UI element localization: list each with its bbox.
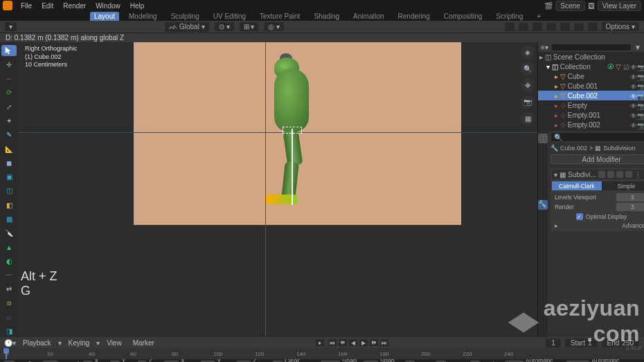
- outliner-type-icon[interactable]: ≡▾: [541, 44, 548, 51]
- prop-tab-mesh[interactable]: [538, 244, 548, 254]
- prop-tab-object[interactable]: [538, 189, 548, 199]
- prop-tab-particle[interactable]: [538, 211, 548, 221]
- tool-add-cube[interactable]: ◼: [1, 157, 17, 168]
- outliner-item-cube-001[interactable]: ▸ ▽Cube.001👁📷: [538, 81, 644, 91]
- workspace-tab-texture[interactable]: Texture Paint: [256, 12, 304, 21]
- timeline-type-icon[interactable]: 🕐▾: [4, 339, 16, 347]
- tool-measure[interactable]: 📐: [1, 143, 17, 154]
- tool-smooth[interactable]: 〰: [1, 270, 17, 281]
- outliner-item-cube[interactable]: ▸ ▽Cube👁📷: [538, 71, 644, 81]
- shading-solid-button[interactable]: [560, 22, 571, 32]
- add-modifier-button[interactable]: Add Modifier: [551, 154, 644, 164]
- timeline-playback[interactable]: Playback: [19, 338, 55, 348]
- jump-start-button[interactable]: ⏮: [328, 338, 337, 347]
- play-rev-button[interactable]: ◀: [348, 338, 358, 347]
- outliner-search[interactable]: [551, 44, 632, 51]
- tool-polybuild[interactable]: ▲: [1, 242, 17, 253]
- outliner-filter-icon[interactable]: ▼: [634, 44, 641, 51]
- prop-tab-modifier[interactable]: 🔧: [538, 200, 548, 210]
- timeline-keying[interactable]: Keying: [64, 338, 94, 348]
- tool-extrude[interactable]: ▣: [1, 172, 17, 183]
- levels-viewport-field[interactable]: 3: [616, 193, 644, 201]
- tool-slide[interactable]: ⇄: [1, 284, 17, 295]
- mode-selector[interactable]: ▾: [4, 21, 17, 32]
- viewlayer-selector[interactable]: View Layer: [598, 1, 641, 11]
- prop-tab-output[interactable]: [538, 145, 548, 154]
- properties-search[interactable]: 🔍: [551, 132, 644, 142]
- tool-shrink[interactable]: ⧈: [1, 298, 17, 309]
- outliner-scene-collection[interactable]: ▸ ◫ Scene Collection: [538, 52, 644, 62]
- panel-collapse-icon[interactable]: ▾: [554, 171, 557, 179]
- proportional-toggle[interactable]: ◎ ▾: [263, 21, 285, 32]
- workspace-add[interactable]: +: [533, 12, 545, 21]
- mod-vis-edit[interactable]: [598, 171, 605, 178]
- prop-tab-world[interactable]: [538, 178, 548, 188]
- jump-end-button[interactable]: ⏭: [379, 338, 389, 347]
- prop-tab-texture[interactable]: [538, 266, 548, 276]
- workspace-tab-sculpting[interactable]: Sculpting: [167, 12, 204, 21]
- viewport-3d[interactable]: Right Orthographic (1) Cube.002 10 Centi…: [18, 42, 537, 337]
- persp-gizmo[interactable]: ▦: [521, 111, 535, 125]
- tool-spin[interactable]: ◐: [1, 255, 17, 266]
- outliner-item-empty[interactable]: ▸ ⊹Empty👁📷: [538, 100, 644, 110]
- workspace-tab-layout[interactable]: Layout: [90, 12, 119, 21]
- menu-edit[interactable]: Edit: [37, 1, 57, 11]
- tool-select[interactable]: [1, 45, 17, 56]
- nav-gizmo[interactable]: ◈: [521, 45, 535, 59]
- tool-annotate[interactable]: ✎: [1, 129, 17, 141]
- prop-tab-physics[interactable]: [538, 222, 548, 232]
- workspace-tab-rendering[interactable]: Rendering: [394, 12, 434, 21]
- prop-tab-scene[interactable]: [538, 167, 548, 177]
- mod-vis-cage[interactable]: [625, 171, 632, 178]
- pivot-selector[interactable]: ⊙ ▾: [214, 21, 235, 32]
- overlay-button[interactable]: [518, 22, 529, 32]
- play-button[interactable]: ▶: [359, 338, 368, 347]
- levels-render-field[interactable]: 3: [616, 203, 644, 211]
- workspace-tab-animation[interactable]: Animation: [349, 12, 388, 21]
- gizmo-vis-button[interactable]: [504, 22, 515, 32]
- timeline-ruler[interactable]: 020406080100120140160180200220240: [0, 348, 644, 359]
- timeline-view[interactable]: View: [102, 338, 126, 348]
- snap-toggle[interactable]: ⊞ ▾: [239, 21, 260, 32]
- tool-shear[interactable]: ▱: [1, 311, 17, 323]
- next-key-button[interactable]: ⯮: [369, 338, 379, 347]
- autokey-toggle[interactable]: ●: [315, 338, 325, 347]
- prop-tab-viewlayer[interactable]: [538, 156, 548, 165]
- tool-inset[interactable]: ◫: [1, 185, 17, 197]
- workspace-tab-compositing[interactable]: Compositing: [440, 12, 487, 21]
- mod-vis-render[interactable]: [616, 171, 623, 178]
- outliner-item-empty-001[interactable]: ▸ ⊹Empty.001👁📷: [538, 110, 644, 120]
- tool-rip[interactable]: ◨: [1, 326, 17, 337]
- timeline-marker[interactable]: Marker: [129, 338, 159, 348]
- prop-tab-constraint[interactable]: [538, 233, 548, 243]
- tool-cursor[interactable]: ✛: [1, 59, 17, 70]
- tool-rotate[interactable]: ⟳: [1, 87, 17, 98]
- zoom-gizmo[interactable]: 🔍: [521, 62, 535, 75]
- prev-key-button[interactable]: ⯬: [338, 338, 348, 347]
- shading-wire-button[interactable]: [546, 22, 557, 32]
- header-options[interactable]: Options ▾: [601, 21, 640, 32]
- xray-button[interactable]: [532, 22, 543, 32]
- tool-knife[interactable]: 🔪: [1, 228, 17, 239]
- outliner-collection[interactable]: ▾ ◫ Collection ⦿ ▽ ☑👁📷: [538, 62, 644, 71]
- menu-render[interactable]: Render: [59, 1, 90, 11]
- scene-selector[interactable]: Scene: [555, 1, 584, 11]
- outliner-item-empty-002[interactable]: ▸ ⊹Empty.002👁📷: [538, 120, 644, 129]
- prop-tab-material[interactable]: [538, 255, 548, 265]
- menu-window[interactable]: Window: [91, 1, 125, 11]
- tool-scale[interactable]: ⤢: [1, 101, 17, 112]
- shading-matprev-button[interactable]: [573, 22, 584, 32]
- outliner-item-cube-002[interactable]: ▸ ▽Cube.002👁📷: [538, 91, 644, 100]
- prop-tab-render[interactable]: [538, 134, 548, 143]
- workspace-tab-shading[interactable]: Shading: [310, 12, 343, 21]
- workspace-tab-uv[interactable]: UV Editing: [209, 12, 250, 21]
- camera-gizmo[interactable]: 📷: [521, 95, 535, 109]
- shading-rendered-button[interactable]: [587, 22, 598, 32]
- tool-transform[interactable]: ✦: [1, 115, 17, 126]
- tool-bevel[interactable]: ◧: [1, 199, 17, 210]
- workspace-tab-scripting[interactable]: Scripting: [492, 12, 527, 21]
- tool-loopcut[interactable]: ▦: [1, 213, 17, 224]
- pan-gizmo[interactable]: ✥: [521, 78, 535, 92]
- workspace-tab-modeling[interactable]: Modeling: [125, 12, 161, 21]
- optimal-display-checkbox[interactable]: ✓: [576, 213, 583, 220]
